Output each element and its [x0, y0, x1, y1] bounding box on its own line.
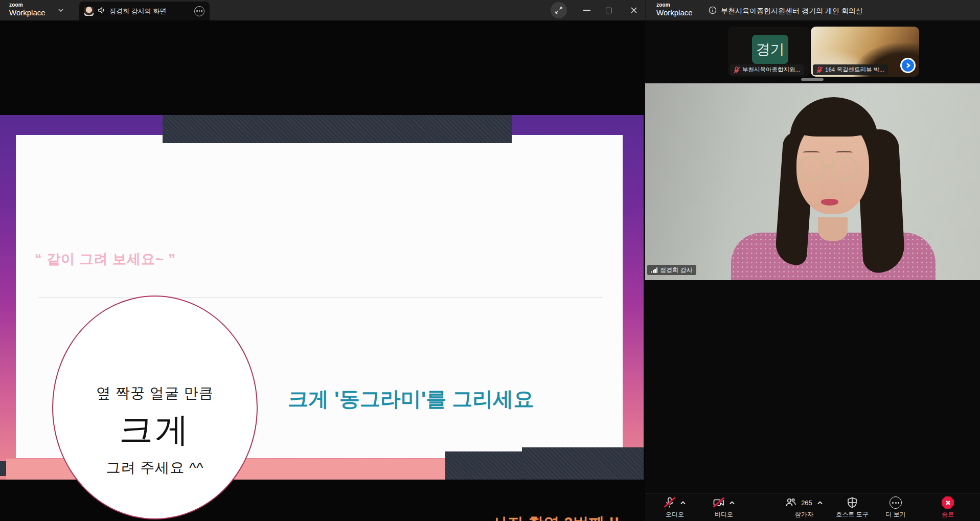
brand-zoom: zoom: [9, 3, 45, 8]
host-tools-label: 호스트 도구: [836, 510, 868, 519]
slide-photo-note-text: 사진 촬영 2번째 !!: [492, 513, 620, 521]
circle-text-top: 옆 짝꿍 얼굴 만큼: [96, 383, 213, 403]
thumbnail-strip-drag-handle[interactable]: [801, 78, 824, 81]
speaker-eyebrow: [803, 151, 820, 154]
close-button[interactable]: [626, 2, 642, 18]
tab-title: 정경희 강사의 화면: [109, 7, 190, 16]
speaker-glasses-bridge: [824, 165, 832, 167]
presentation-slide: “ 같이 그려 보세요~ ” 옆 짝꿍 얼굴 만큼 크게 그려 주세요 ^^ 크…: [0, 115, 644, 480]
speaker-lips: [821, 199, 838, 206]
meeting-title: 부천시육아종합지원센터 경기의 개인 회의실: [721, 7, 863, 16]
end-meeting-control[interactable]: 종료: [932, 496, 963, 519]
audio-options-chevron-icon[interactable]: [680, 498, 686, 507]
participants-label: 참가자: [795, 510, 813, 519]
participant-thumbnail[interactable]: 경기 부천시육아종합지원...: [728, 27, 810, 77]
active-speaker-video[interactable]: 정경희 강사: [645, 83, 980, 280]
meeting-control-bar: 오디오 비디오 265: [645, 493, 980, 521]
end-label: 종료: [942, 510, 954, 519]
video-control[interactable]: 비디오: [704, 496, 743, 519]
participants-icon: [785, 497, 796, 508]
more-control[interactable]: 더 보기: [870, 496, 921, 519]
left-window-titlebar: zoom Workplace 정경희 강사의 화면: [0, 0, 645, 20]
participants-count: 265: [801, 499, 812, 507]
slide-instruction-text: 크게 '동그라미'를 그리세요: [288, 385, 534, 413]
participant-name-text: 164 옥길센트리뷰 박...: [825, 66, 884, 74]
shield-icon: [847, 497, 857, 508]
minimize-button[interactable]: [579, 2, 595, 18]
speaker-neck: [818, 217, 848, 241]
more-ellipsis-icon[interactable]: [890, 496, 902, 509]
slide-bottom-right-navy-block: [522, 447, 644, 480]
slide-bottom-right-navy-step: [445, 451, 522, 480]
participants-control[interactable]: 265 참가자: [780, 496, 829, 519]
maximize-button[interactable]: [600, 2, 617, 18]
tab-more-icon[interactable]: [194, 6, 204, 16]
zoom-desktop: zoom Workplace 정경희 강사의 화면: [0, 0, 980, 521]
mic-muted-icon[interactable]: [664, 496, 675, 509]
audio-label: 오디오: [666, 510, 684, 519]
speaker-name-text: 정경희 강사: [660, 266, 692, 275]
circle-text-bottom: 그려 주세요 ^^: [106, 458, 204, 478]
participant-name-label: 164 옥길센트리뷰 박...: [813, 64, 888, 75]
participants-chevron-icon[interactable]: [817, 498, 823, 507]
participant-thumbnail-strip: 경기 부천시육아종합지원... 164 옥길센트리뷰 박...: [645, 20, 980, 83]
participant-initial-badge: 경기: [752, 35, 788, 64]
connection-signal-icon: [651, 267, 657, 273]
zoom-workplace-logo: zoom Workplace: [656, 3, 693, 16]
slide-quote-title: “ 같이 그려 보세요~ ”: [35, 250, 176, 268]
brand-workplace: Workplace: [656, 9, 693, 16]
speaker-glasses: [799, 156, 825, 180]
participant-name-label: 부천시육아종합지원...: [730, 64, 804, 75]
slide-divider-line: [38, 297, 603, 298]
meeting-titlebar: zoom Workplace 부천시육아종합지원센터 경기의 개인 회의실: [645, 0, 980, 20]
zoom-workplace-logo: zoom Workplace: [9, 3, 45, 16]
speaker-glasses: [831, 156, 858, 180]
camera-off-icon[interactable]: [713, 496, 724, 509]
participant-name-text: 부천시육아종합지원...: [742, 66, 800, 74]
brand-zoom: zoom: [656, 3, 693, 8]
mic-muted-icon: [816, 66, 823, 74]
end-meeting-icon[interactable]: [942, 496, 954, 509]
speaker-name-label: 정경희 강사: [647, 265, 696, 275]
meeting-info-icon[interactable]: [709, 6, 717, 14]
workspace-chevron-down-icon[interactable]: [57, 7, 64, 14]
slide-drawing-circle: 옆 짝꿍 얼굴 만큼 크게 그려 주세요 ^^: [52, 296, 258, 519]
circle-text-big: 크게: [119, 407, 191, 453]
presenter-avatar: [84, 7, 94, 16]
speaker-hair-fringe: [794, 110, 871, 137]
brand-workplace: Workplace: [9, 9, 45, 16]
fullscreen-expand-button[interactable]: [551, 2, 567, 18]
speaker-audio-icon: [98, 7, 105, 16]
next-participants-page-button[interactable]: [900, 58, 916, 73]
audio-control[interactable]: 오디오: [655, 496, 694, 519]
slide-top-navy-bar: [163, 115, 512, 143]
video-label: 비디오: [715, 510, 733, 519]
more-label: 더 보기: [885, 510, 905, 519]
shared-screen-area: “ 같이 그려 보세요~ ” 옆 짝꿍 얼굴 만큼 크게 그려 주세요 ^^ 크…: [0, 20, 645, 521]
speaker-eyebrow: [835, 151, 853, 154]
meeting-window: zoom Workplace 부천시육아종합지원센터 경기의 개인 회의실 경기…: [645, 0, 980, 521]
shared-screen-tab[interactable]: 정경희 강사의 화면: [79, 2, 210, 20]
video-options-chevron-icon[interactable]: [729, 498, 735, 507]
mic-muted-icon: [734, 66, 740, 74]
